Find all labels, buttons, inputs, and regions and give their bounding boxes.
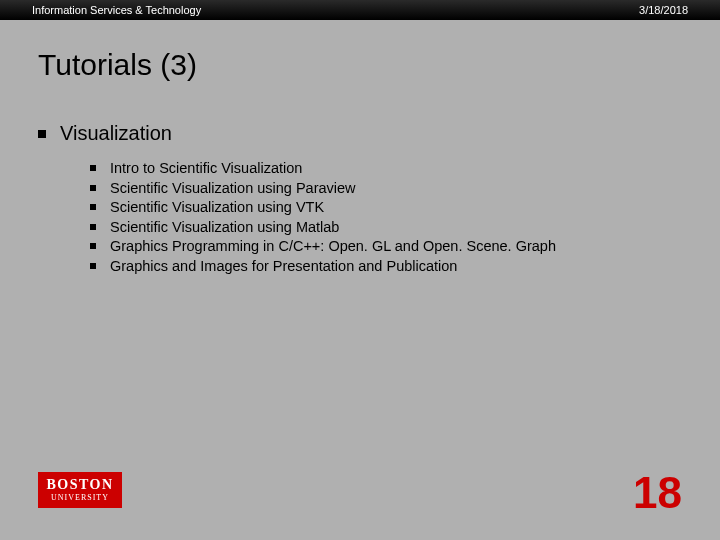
logo-line1: BOSTON: [46, 478, 113, 492]
bullet-icon: [90, 224, 96, 230]
list-item: Scientific Visualization using Paraview: [90, 179, 682, 199]
section-heading-text: Visualization: [60, 122, 172, 145]
list-item-text: Graphics Programming in C/C++: Open. GL …: [110, 237, 556, 257]
page-number: 18: [633, 468, 682, 518]
bullet-icon: [90, 204, 96, 210]
list-item-text: Intro to Scientific Visualization: [110, 159, 302, 179]
bu-logo: BOSTON UNIVERSITY: [38, 472, 122, 508]
list-item-text: Scientific Visualization using VTK: [110, 198, 324, 218]
header-date: 3/18/2018: [639, 4, 688, 16]
list-item: Graphics Programming in C/C++: Open. GL …: [90, 237, 682, 257]
list-item: Intro to Scientific Visualization: [90, 159, 682, 179]
list-item-text: Scientific Visualization using Matlab: [110, 218, 339, 238]
list-item-text: Scientific Visualization using Paraview: [110, 179, 356, 199]
slide-content: Tutorials (3) Visualization Intro to Sci…: [0, 20, 720, 276]
list-item: Scientific Visualization using Matlab: [90, 218, 682, 238]
section-heading: Visualization: [38, 122, 682, 145]
list-item-text: Graphics and Images for Presentation and…: [110, 257, 457, 277]
bullet-icon: [90, 243, 96, 249]
page-title: Tutorials (3): [38, 48, 682, 82]
header-left: Information Services & Technology: [32, 4, 201, 16]
bullet-icon: [90, 263, 96, 269]
logo-line2: UNIVERSITY: [51, 494, 109, 502]
list-item: Graphics and Images for Presentation and…: [90, 257, 682, 277]
item-list: Intro to Scientific Visualization Scient…: [38, 159, 682, 276]
header-bar: Information Services & Technology 3/18/2…: [0, 0, 720, 20]
list-item: Scientific Visualization using VTK: [90, 198, 682, 218]
bullet-icon: [90, 185, 96, 191]
bullet-icon: [90, 165, 96, 171]
bullet-icon: [38, 130, 46, 138]
